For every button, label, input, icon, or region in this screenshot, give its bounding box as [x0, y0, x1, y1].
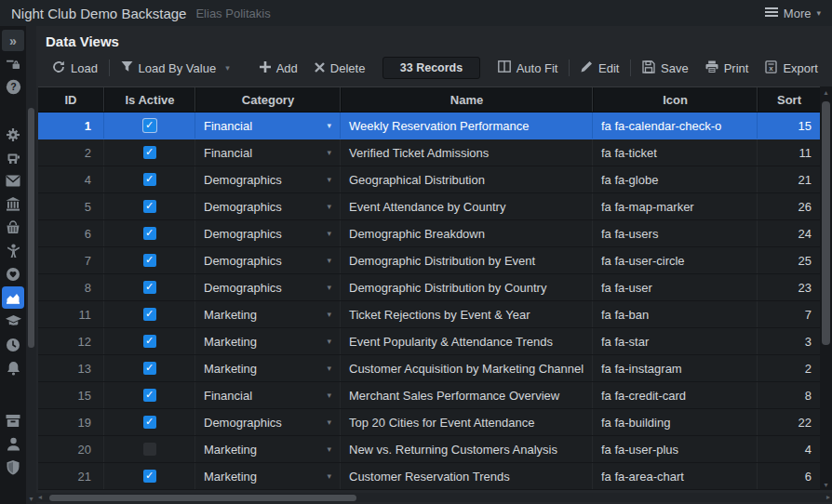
- cell-is-active[interactable]: ✓: [104, 301, 195, 327]
- cell-sort[interactable]: 8: [758, 382, 820, 408]
- cell-id[interactable]: 15: [38, 382, 104, 408]
- cell-id[interactable]: 1: [38, 113, 104, 139]
- cell-icon[interactable]: fa fa-credit-card: [593, 382, 758, 408]
- cell-is-active[interactable]: ✓: [104, 463, 195, 489]
- cell-id[interactable]: 7: [38, 247, 104, 273]
- table-row[interactable]: 13✓Marketing▾Customer Acquisition by Mar…: [38, 355, 820, 382]
- cell-icon[interactable]: fa fa-user-circle: [593, 247, 758, 273]
- checkbox[interactable]: ✓: [143, 254, 156, 267]
- column-header-icon[interactable]: Icon: [593, 87, 758, 112]
- cell-icon[interactable]: fa fa-instagram: [593, 355, 758, 381]
- checkbox[interactable]: [143, 443, 156, 456]
- sidebar-item-artists[interactable]: [2, 240, 24, 261]
- column-header-sort[interactable]: Sort: [758, 87, 820, 112]
- cell-name[interactable]: Verified Ticket Admissions: [341, 139, 593, 166]
- cell-sort[interactable]: 22: [758, 409, 820, 435]
- cell-icon[interactable]: fa fa-ticket: [593, 139, 758, 166]
- cell-id[interactable]: 6: [38, 220, 104, 246]
- sidebar-item-education[interactable]: [2, 311, 24, 332]
- more-menu-button[interactable]: More ▾: [765, 7, 821, 20]
- cell-sort[interactable]: 6: [758, 463, 820, 489]
- sidebar-item-users[interactable]: [2, 433, 24, 455]
- sidebar-scroll-down-arrow[interactable]: ▾: [26, 495, 36, 503]
- cell-is-active[interactable]: ✓: [104, 382, 195, 408]
- cell-name[interactable]: Customer Reservation Trends: [341, 463, 593, 489]
- load-button[interactable]: Load: [44, 56, 106, 80]
- cell-category[interactable]: Financial▾: [195, 113, 341, 139]
- cell-is-active[interactable]: ✓: [104, 247, 195, 273]
- cell-id[interactable]: 19: [38, 409, 104, 435]
- cell-name[interactable]: Customer Acquisition by Marketing Channe…: [341, 355, 593, 381]
- cell-id[interactable]: 5: [38, 193, 104, 219]
- sidebar-item-modules[interactable]: [2, 147, 24, 168]
- vertical-scrollbar-thumb[interactable]: [822, 101, 830, 345]
- checkbox[interactable]: ✓: [143, 362, 156, 375]
- cell-name[interactable]: Event Popularity & Attendance Trends: [341, 328, 593, 354]
- cell-id[interactable]: 20: [38, 436, 104, 462]
- checkbox[interactable]: ✓: [143, 389, 156, 402]
- print-button[interactable]: Print: [697, 56, 758, 80]
- cell-id[interactable]: 12: [38, 328, 104, 354]
- checkbox[interactable]: ✓: [143, 173, 156, 186]
- cell-category[interactable]: Financial▾: [195, 139, 341, 166]
- cell-sort[interactable]: 3: [758, 328, 820, 354]
- cell-is-active[interactable]: ✓: [104, 166, 195, 192]
- column-header-is-active[interactable]: Is Active: [104, 87, 195, 112]
- table-row[interactable]: 15✓Financial▾Merchant Sales Performance …: [38, 382, 820, 409]
- cell-name[interactable]: Demographic Distribution by Country: [341, 274, 593, 300]
- table-row[interactable]: 11✓Marketing▾Ticket Rejections by Event …: [38, 301, 820, 328]
- export-button[interactable]: x Export: [757, 56, 826, 80]
- table-row[interactable]: 6✓Demographics▾Demographic Breakdownfa f…: [38, 220, 820, 247]
- cell-icon[interactable]: fa fa-area-chart: [593, 463, 758, 489]
- cell-name[interactable]: Event Attendance by Country: [341, 193, 593, 219]
- horizontal-scrollbar-thumb[interactable]: [49, 495, 356, 501]
- sidebar-expand-button[interactable]: »: [2, 30, 24, 51]
- cell-category[interactable]: Marketing▾: [195, 436, 341, 462]
- cell-sort[interactable]: 2: [758, 355, 820, 381]
- cell-category[interactable]: Demographics▾: [195, 247, 341, 273]
- auto-fit-button[interactable]: Auto Fit: [490, 56, 567, 80]
- cell-sort[interactable]: 26: [758, 193, 820, 219]
- add-button[interactable]: Add: [251, 56, 306, 80]
- scroll-up-arrow[interactable]: ▴: [820, 88, 832, 97]
- cell-is-active[interactable]: ✓: [104, 220, 195, 246]
- sidebar-item-schedule[interactable]: [2, 334, 24, 355]
- checkbox[interactable]: ✓: [143, 335, 156, 348]
- checkbox[interactable]: ✓: [143, 470, 156, 483]
- cell-name[interactable]: Geographical Distribution: [341, 166, 593, 192]
- cell-id[interactable]: 4: [38, 166, 104, 192]
- checkbox[interactable]: ✓: [143, 146, 156, 159]
- cell-is-active[interactable]: ✓: [104, 355, 195, 381]
- sidebar-item-security[interactable]: [2, 457, 24, 478]
- cell-is-active[interactable]: ✓: [104, 193, 195, 219]
- cell-name[interactable]: Weekly Reservation Performance: [341, 113, 593, 139]
- cell-icon[interactable]: fa fa-building: [593, 409, 758, 435]
- checkbox[interactable]: ✓: [143, 119, 156, 132]
- vertical-scrollbar[interactable]: ▴ ▾: [820, 86, 832, 490]
- table-row[interactable]: 21✓Marketing▾Customer Reservation Trends…: [38, 463, 820, 490]
- edit-button[interactable]: Edit: [572, 56, 627, 80]
- cell-is-active[interactable]: ✓: [104, 328, 195, 354]
- checkbox[interactable]: ✓: [143, 416, 156, 429]
- cell-name[interactable]: Demographic Distribution by Event: [341, 247, 593, 273]
- cell-name[interactable]: New vs. Returning Customers Analysis: [341, 436, 593, 462]
- scroll-left-arrow[interactable]: ◂: [38, 493, 42, 502]
- cell-icon[interactable]: fa fa-globe: [593, 166, 758, 192]
- sidebar-item-inventory[interactable]: [2, 410, 24, 431]
- sidebar-item-help[interactable]: ?: [2, 76, 24, 98]
- checkbox[interactable]: ✓: [143, 308, 156, 321]
- scroll-down-arrow[interactable]: ▾: [820, 481, 832, 489]
- table-row[interactable]: 20Marketing▾New vs. Returning Customers …: [38, 436, 820, 463]
- sidebar-item-world[interactable]: [2, 263, 24, 285]
- cell-id[interactable]: 13: [38, 355, 104, 381]
- table-row[interactable]: 8✓Demographics▾Demographic Distribution …: [38, 274, 820, 301]
- column-header-name[interactable]: Name: [341, 87, 593, 112]
- cell-sort[interactable]: 4: [758, 436, 820, 462]
- cell-sort[interactable]: 11: [758, 139, 820, 166]
- table-row[interactable]: 2✓Financial▾Verified Ticket Admissionsfa…: [38, 139, 820, 166]
- checkbox[interactable]: ✓: [143, 227, 156, 240]
- cell-category[interactable]: Demographics▾: [195, 193, 341, 219]
- cell-is-active[interactable]: [104, 436, 195, 462]
- sidebar-item-data-views[interactable]: [2, 286, 24, 309]
- cell-icon[interactable]: fa fa-star: [593, 328, 758, 354]
